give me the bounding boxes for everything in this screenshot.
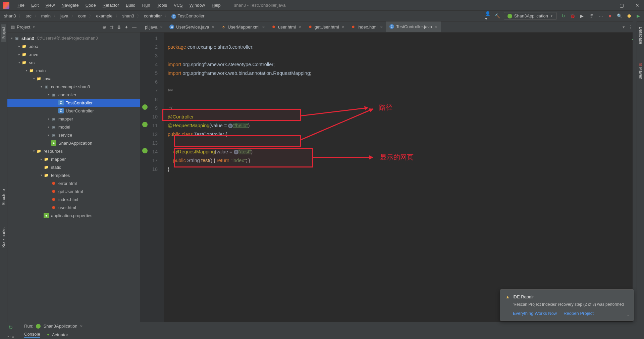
crumb-example[interactable]: example bbox=[95, 13, 114, 19]
line-gutter[interactable]: 1 2 3 4 5 6 7 8 9 10 11 12 13 14 17 18 bbox=[140, 33, 164, 322]
tool-database[interactable]: Database bbox=[638, 24, 643, 47]
profile-icon[interactable]: ⏱ bbox=[588, 13, 594, 19]
tab-user-html[interactable]: ⬢user.html× bbox=[268, 21, 304, 33]
tab-index-html[interactable]: ⬢index.html× bbox=[347, 21, 386, 33]
menu-view[interactable]: View bbox=[43, 1, 57, 9]
search-icon[interactable]: 🔍 bbox=[616, 13, 623, 19]
notification-action-reopen[interactable]: Reopen Project bbox=[564, 311, 594, 316]
tree-user-html[interactable]: ⬢user.html bbox=[7, 203, 140, 211]
project-panel-title[interactable]: ▤ Project ▼ bbox=[11, 25, 99, 30]
menu-code[interactable]: Code bbox=[83, 1, 99, 9]
tree-resources[interactable]: ▾📁resources bbox=[7, 147, 140, 155]
select-opened-icon[interactable]: ⊕ bbox=[102, 25, 106, 30]
close-tab-icon[interactable]: × bbox=[435, 24, 437, 29]
crumb-shan3[interactable]: shan3 bbox=[121, 13, 136, 19]
tree-getuser-html[interactable]: ⬢getUser.html bbox=[7, 187, 140, 195]
user-icon[interactable]: 👤▾ bbox=[485, 13, 491, 19]
svg-line-0 bbox=[301, 108, 368, 116]
close-tab-icon[interactable]: × bbox=[380, 25, 383, 30]
tree-root[interactable]: ▾▣srcshan3C:\Users\哈\IdeaProjects\shan3 bbox=[7, 34, 140, 42]
spring-gutter-icon[interactable] bbox=[142, 122, 148, 127]
hide-panel-icon[interactable]: — bbox=[132, 25, 137, 30]
stop-icon[interactable]: ■ bbox=[607, 13, 613, 19]
close-tab-icon[interactable]: × bbox=[160, 25, 163, 30]
spring-gutter-icon[interactable] bbox=[142, 104, 148, 110]
run-tab-actuator[interactable]: ✦Actuator bbox=[46, 332, 68, 338]
tab-getuser-html[interactable]: ⬢getUser.html× bbox=[305, 21, 348, 33]
crumb-src[interactable]: src bbox=[24, 13, 33, 19]
notification-collapse-icon[interactable]: ⌄ bbox=[627, 312, 630, 317]
code-content[interactable]: package com.example.shan3.controller; im… bbox=[164, 33, 637, 322]
menu-window[interactable]: Window bbox=[187, 1, 208, 9]
close-tab-icon[interactable]: × bbox=[212, 25, 214, 30]
crumb-controller[interactable]: controller bbox=[143, 13, 163, 19]
maximize-button[interactable]: ▢ bbox=[618, 3, 626, 8]
tree-pkg-root[interactable]: ▾▣com.example.shan3 bbox=[7, 83, 140, 91]
rerun-button[interactable]: ↻ bbox=[8, 324, 13, 331]
menu-file[interactable]: File bbox=[15, 1, 27, 9]
coverage-icon[interactable]: ▶ bbox=[579, 13, 585, 19]
crumb-main[interactable]: main bbox=[40, 13, 52, 19]
tree-error-html[interactable]: ⬢error.html bbox=[7, 179, 140, 187]
menu-refactor[interactable]: Refactor bbox=[100, 1, 122, 9]
more-run-icon[interactable]: ⋯ bbox=[598, 13, 604, 19]
settings-icon[interactable]: ⬢ bbox=[626, 13, 632, 19]
crumb-com[interactable]: com bbox=[77, 13, 88, 19]
expand-all-icon[interactable]: ⇉ bbox=[110, 25, 114, 30]
notification-action-works[interactable]: Everything Works Now bbox=[513, 311, 557, 316]
menu-build[interactable]: Build bbox=[123, 1, 138, 9]
tab-userservice[interactable]: CUserService.java× bbox=[166, 21, 218, 33]
tab-more-icon[interactable]: ⋮ bbox=[628, 25, 633, 30]
tree-res-static[interactable]: 📁static bbox=[7, 163, 140, 171]
tree-pkg-service[interactable]: ▸▣service bbox=[7, 131, 140, 139]
close-tab-icon[interactable]: × bbox=[262, 25, 265, 30]
tree-main[interactable]: ▾📁main bbox=[7, 66, 140, 75]
minimize-button[interactable]: — bbox=[601, 3, 610, 8]
close-tab-icon[interactable]: × bbox=[342, 25, 344, 30]
tree-res-mapper[interactable]: ▸📁mapper bbox=[7, 155, 140, 163]
tool-bookmarks[interactable]: Bookmarks bbox=[1, 225, 6, 250]
rerun-icon[interactable]: ↻ bbox=[560, 13, 566, 19]
tree-usercontroller[interactable]: CUserController bbox=[7, 107, 140, 115]
menu-help[interactable]: Help bbox=[209, 1, 223, 9]
tool-structure[interactable]: Structure bbox=[1, 186, 6, 208]
tree-app-class[interactable]: ●Shan3Application bbox=[7, 139, 140, 147]
tree-java[interactable]: ▾📁java bbox=[7, 75, 140, 83]
tree-pkg-mapper[interactable]: ▸▣mapper bbox=[7, 115, 140, 123]
tree-src[interactable]: ▾📁src bbox=[7, 58, 140, 66]
collapse-all-icon[interactable]: ⇊ bbox=[117, 25, 121, 30]
menu-run[interactable]: Run bbox=[140, 1, 153, 9]
close-button[interactable]: ✕ bbox=[633, 3, 641, 8]
crumb-project[interactable]: shan3 bbox=[3, 13, 17, 19]
menu-navigate[interactable]: Navigate bbox=[59, 1, 81, 9]
run-config-selector[interactable]: Shan3Application ▼ bbox=[504, 12, 557, 20]
crumb-java[interactable]: java bbox=[59, 13, 70, 19]
tree-pkg-controller[interactable]: ▾▣controller bbox=[7, 91, 140, 99]
tab-dropdown-icon[interactable]: ▾ bbox=[623, 25, 625, 30]
menu-tools[interactable]: Tools bbox=[154, 1, 170, 9]
tool-maven[interactable]: m Maven bbox=[638, 60, 643, 82]
debug-icon[interactable]: 🐞 bbox=[570, 13, 576, 19]
tree-idea[interactable]: ▸📁.idea bbox=[7, 42, 140, 50]
spring-gutter-icon[interactable] bbox=[142, 148, 148, 153]
build-icon[interactable]: 🔨 bbox=[494, 13, 500, 19]
menu-vcs[interactable]: VCS bbox=[171, 1, 185, 9]
tab-usermapper[interactable]: ⬘UserMapper.xml× bbox=[218, 21, 268, 33]
tree-pkg-model[interactable]: ▸▣model bbox=[7, 123, 140, 131]
panel-settings-icon[interactable]: ✦ bbox=[124, 25, 128, 30]
tree-mvn[interactable]: ▸📁.mvn bbox=[7, 50, 140, 58]
tree-res-templates[interactable]: ▾📁templates bbox=[7, 171, 140, 179]
code-editor[interactable]: ✔ 1 2 3 4 5 6 7 8 9 10 11 12 13 14 17 18 bbox=[140, 33, 637, 322]
close-run-tab-icon[interactable]: × bbox=[80, 324, 83, 329]
run-more-icon[interactable]: ⋯ » bbox=[6, 334, 14, 339]
tool-project[interactable]: Project bbox=[1, 24, 6, 42]
tab-pl-java[interactable]: pl.java× bbox=[142, 21, 166, 33]
tree-index-html[interactable]: ⬢index.html bbox=[7, 195, 140, 203]
close-tab-icon[interactable]: × bbox=[299, 25, 301, 30]
crumb-file[interactable]: CTestController bbox=[170, 13, 206, 19]
tab-testcontroller[interactable]: CTestController.java× bbox=[386, 21, 441, 33]
menu-edit[interactable]: Edit bbox=[29, 1, 41, 9]
run-tab-console[interactable]: Console bbox=[24, 332, 40, 338]
tree-app-props[interactable]: ●application.properties bbox=[7, 211, 140, 220]
tree-testcontroller[interactable]: CTestController bbox=[7, 99, 140, 107]
